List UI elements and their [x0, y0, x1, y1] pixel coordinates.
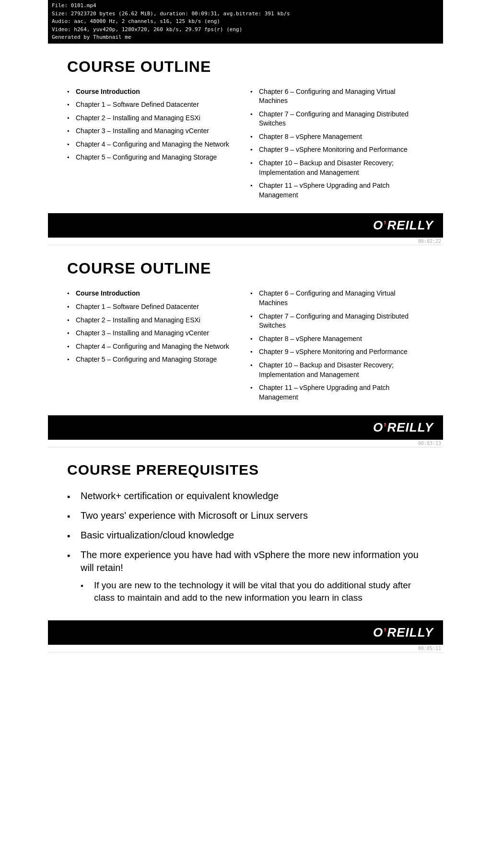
timestamp-2: 00:03:13: [48, 440, 443, 447]
prerequisites-list: Network+ certification or equivalent kno…: [67, 490, 424, 604]
section2-title: COURSE OUTLINE: [67, 260, 424, 277]
section2-right-list: Chapter 6 – Configuring and Managing Vir…: [250, 289, 424, 402]
section2-left-col: Course IntroductionChapter 1 – Software …: [67, 289, 241, 406]
list-item: Chapter 11 – vSphere Upgrading and Patch…: [250, 181, 424, 200]
list-item: Chapter 1 – Software Defined Datacenter: [67, 100, 241, 110]
list-item: Chapter 5 – Configuring and Managing Sto…: [67, 153, 241, 162]
section3-title: COURSE PREREQUISITES: [67, 462, 424, 478]
list-item: Chapter 9 – vSphere Monitoring and Perfo…: [250, 145, 424, 155]
list-item: Chapter 2 – Installing and Managing ESXi: [67, 114, 241, 123]
oreilly-logo-3: O’REILLY: [373, 625, 433, 640]
list-item: Chapter 4 – Configuring and Managing the…: [67, 140, 241, 149]
oreilly-bar-2: O’REILLY: [48, 415, 443, 440]
file-info-line1: File: 0101.mp4: [52, 2, 439, 10]
list-item: Chapter 9 – vSphere Monitoring and Perfo…: [250, 347, 424, 357]
list-item: Chapter 7 – Configuring and Managing Dis…: [250, 110, 424, 128]
list-item: Course Introduction: [67, 87, 241, 97]
list-item: Course Introduction: [67, 289, 241, 298]
file-info-bar: File: 0101.mp4 Size: 27923720 bytes (26.…: [48, 0, 443, 44]
section1-right-col: Chapter 6 – Configuring and Managing Vir…: [250, 87, 424, 204]
file-info-line2: Size: 27923720 bytes (26.62 MiB), durati…: [52, 10, 439, 18]
file-info-line3: Audio: aac, 48000 Hz, 2 channels, s16, 1…: [52, 18, 439, 26]
file-info-line5: Generated by Thumbnail me: [52, 34, 439, 42]
list-item: Chapter 11 – vSphere Upgrading and Patch…: [250, 383, 424, 402]
sub-list-item: If you are new to the technology it will…: [81, 579, 424, 604]
section1-left-list: Course IntroductionChapter 1 – Software …: [67, 87, 241, 163]
course-outline-section-2: COURSE OUTLINE Course IntroductionChapte…: [48, 245, 443, 415]
section1-columns: Course IntroductionChapter 1 – Software …: [67, 87, 424, 204]
oreilly-logo-2: O’REILLY: [373, 420, 433, 434]
list-item: Chapter 8 – vSphere Management: [250, 132, 424, 142]
list-item: Chapter 4 – Configuring and Managing the…: [67, 342, 241, 352]
oreilly-logo-1: O’REILLY: [373, 218, 433, 232]
list-item: Network+ certification or equivalent kno…: [67, 490, 424, 503]
list-item: Two years' experience with Microsoft or …: [67, 509, 424, 522]
timestamp-3: 00:05:11: [48, 645, 443, 652]
section1-left-col: Course IntroductionChapter 1 – Software …: [67, 87, 241, 204]
oreilly-bar-1: O’REILLY: [48, 213, 443, 238]
list-item: Chapter 7 – Configuring and Managing Dis…: [250, 312, 424, 331]
section1-right-list: Chapter 6 – Configuring and Managing Vir…: [250, 87, 424, 200]
section2-left-list: Course IntroductionChapter 1 – Software …: [67, 289, 241, 365]
list-item: Chapter 2 – Installing and Managing ESXi: [67, 316, 241, 325]
sub-list: If you are new to the technology it will…: [81, 579, 424, 604]
timestamp-1: 00:02:22: [48, 238, 443, 245]
list-item: Chapter 3 – Installing and Managing vCen…: [67, 126, 241, 136]
list-item: Chapter 6 – Configuring and Managing Vir…: [250, 289, 424, 308]
list-item: Chapter 3 – Installing and Managing vCen…: [67, 329, 241, 338]
list-item: Basic virtualization/cloud knowledge: [67, 529, 424, 542]
list-item: The more experience you have had with vS…: [67, 548, 424, 604]
list-item: Chapter 6 – Configuring and Managing Vir…: [250, 87, 424, 106]
oreilly-bar-3: O’REILLY: [48, 620, 443, 645]
section1-title: COURSE OUTLINE: [67, 58, 424, 76]
section2-right-col: Chapter 6 – Configuring and Managing Vir…: [250, 289, 424, 406]
list-item: Chapter 8 – vSphere Management: [250, 334, 424, 344]
course-prerequisites-section: COURSE PREREQUISITES Network+ certificat…: [48, 447, 443, 620]
file-info-line4: Video: h264, yuv420p, 1280x720, 260 kb/s…: [52, 26, 439, 34]
list-item: Chapter 10 – Backup and Disaster Recover…: [250, 361, 424, 379]
course-outline-section-1: COURSE OUTLINE Course IntroductionChapte…: [48, 44, 443, 214]
list-item: Chapter 5 – Configuring and Managing Sto…: [67, 355, 241, 365]
list-item: Chapter 1 – Software Defined Datacenter: [67, 302, 241, 312]
section2-columns: Course IntroductionChapter 1 – Software …: [67, 289, 424, 406]
list-item: Chapter 10 – Backup and Disaster Recover…: [250, 159, 424, 177]
